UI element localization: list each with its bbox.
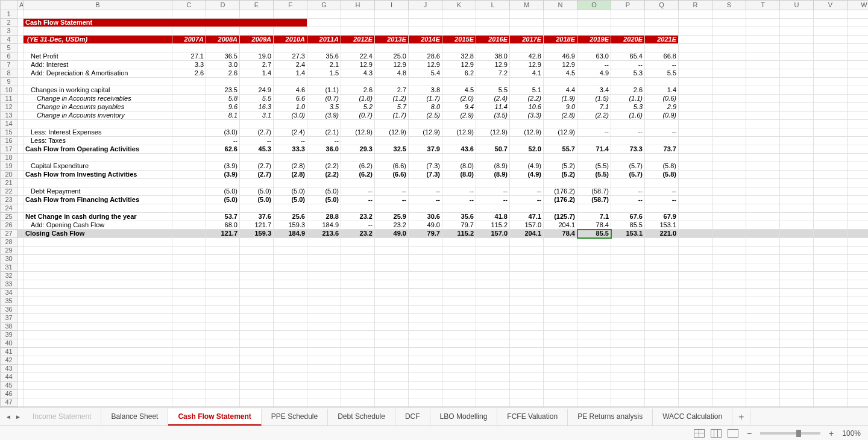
cell-C32[interactable]	[172, 272, 206, 280]
cell-W39[interactable]	[848, 331, 869, 339]
cell-K1[interactable]	[442, 10, 476, 19]
cell-O8[interactable]: 4.9	[577, 69, 611, 78]
cell-O14[interactable]	[577, 120, 611, 128]
cell-L3[interactable]	[476, 27, 510, 36]
cell-G23[interactable]: (5.0)	[307, 196, 341, 204]
cell-B30[interactable]	[24, 255, 172, 263]
cell-N18[interactable]	[544, 154, 577, 162]
cell-H12[interactable]: 5.2	[341, 103, 375, 112]
cell-N2[interactable]	[544, 19, 577, 27]
cell-W3[interactable]	[848, 27, 869, 36]
cell-Q7[interactable]: --	[645, 61, 679, 69]
cell-P42[interactable]	[611, 356, 645, 365]
cell-N36[interactable]	[544, 306, 577, 314]
cell-E47[interactable]	[240, 398, 274, 407]
cell-R3[interactable]	[679, 27, 712, 36]
cell-H29[interactable]	[341, 247, 375, 255]
cell-A15[interactable]	[17, 128, 24, 137]
cell-B26[interactable]: Add: Opening Cash Flow	[24, 221, 172, 230]
cell-M46[interactable]	[510, 390, 544, 398]
cell-J4[interactable]: 2014E	[409, 36, 442, 44]
row-header-40[interactable]: 40	[1, 339, 17, 348]
cell-L47[interactable]	[476, 398, 510, 407]
cell-K19[interactable]: (8.0)	[442, 162, 476, 171]
cell-J10[interactable]: 3.8	[409, 86, 442, 95]
cell-W44[interactable]	[848, 373, 869, 382]
cell-H23[interactable]: --	[341, 196, 375, 204]
cell-J13[interactable]: (2.5)	[409, 112, 442, 120]
cell-K17[interactable]: 43.6	[442, 145, 476, 154]
cell-E16[interactable]: --	[240, 137, 274, 145]
cell-W27[interactable]	[848, 230, 869, 238]
cell-P19[interactable]: (5.7)	[611, 162, 645, 171]
cell-H22[interactable]: --	[341, 187, 375, 196]
cell-V47[interactable]	[814, 398, 848, 407]
cell-F13[interactable]: (3.0)	[274, 112, 307, 120]
cell-K26[interactable]: 79.7	[442, 221, 476, 230]
cell-F3[interactable]	[274, 27, 307, 36]
cell-U7[interactable]	[780, 61, 814, 69]
cell-N11[interactable]: (1.9)	[544, 95, 577, 103]
cell-B31[interactable]	[24, 263, 172, 272]
cell-A29[interactable]	[17, 247, 24, 255]
cell-A28[interactable]	[17, 238, 24, 247]
cell-B1[interactable]	[24, 10, 172, 19]
cell-F7[interactable]: 2.4	[274, 61, 307, 69]
cell-R45[interactable]	[679, 382, 712, 390]
cell-E45[interactable]	[240, 382, 274, 390]
cell-G14[interactable]	[307, 120, 341, 128]
cell-H2[interactable]	[341, 19, 375, 27]
cell-S2[interactable]	[712, 19, 746, 27]
cell-H46[interactable]	[341, 390, 375, 398]
cell-K35[interactable]	[442, 297, 476, 306]
row-header-45[interactable]: 45	[1, 382, 17, 390]
cell-P1[interactable]	[611, 10, 645, 19]
cell-D17[interactable]: 62.6	[206, 145, 240, 154]
cell-K18[interactable]	[442, 154, 476, 162]
cell-Q39[interactable]	[645, 331, 679, 339]
cell-L33[interactable]	[476, 280, 510, 289]
cell-K45[interactable]	[442, 382, 476, 390]
cell-L40[interactable]	[476, 339, 510, 348]
cell-D30[interactable]	[206, 255, 240, 263]
cell-V44[interactable]	[814, 373, 848, 382]
cell-P3[interactable]	[611, 27, 645, 36]
cell-R38[interactable]	[679, 322, 712, 331]
cell-B27[interactable]: Closing Cash Flow	[24, 230, 172, 238]
col-header-G[interactable]: G	[307, 1, 341, 10]
cell-I6[interactable]: 25.0	[375, 52, 409, 61]
cell-V22[interactable]	[814, 187, 848, 196]
cell-D19[interactable]: (3.9)	[206, 162, 240, 171]
cell-D27[interactable]: 121.7	[206, 230, 240, 238]
cell-A13[interactable]	[17, 112, 24, 120]
cell-K10[interactable]: 4.5	[442, 86, 476, 95]
cell-L30[interactable]	[476, 255, 510, 263]
cell-K42[interactable]	[442, 356, 476, 365]
cell-F5[interactable]	[274, 44, 307, 52]
cell-G27[interactable]: 213.6	[307, 230, 341, 238]
cell-F4[interactable]: 2010A	[274, 36, 307, 44]
cell-E24[interactable]	[240, 204, 274, 213]
cell-B14[interactable]	[24, 120, 172, 128]
cell-Q44[interactable]	[645, 373, 679, 382]
cell-C23[interactable]	[172, 196, 206, 204]
cell-C44[interactable]	[172, 373, 206, 382]
cell-M14[interactable]	[510, 120, 544, 128]
cell-F26[interactable]: 159.3	[274, 221, 307, 230]
cell-H40[interactable]	[341, 339, 375, 348]
cell-M37[interactable]	[510, 314, 544, 322]
cell-W36[interactable]	[848, 306, 869, 314]
cell-S29[interactable]	[712, 247, 746, 255]
cell-E46[interactable]	[240, 390, 274, 398]
cell-H35[interactable]	[341, 297, 375, 306]
cell-C45[interactable]	[172, 382, 206, 390]
cell-T27[interactable]	[746, 230, 780, 238]
cell-M42[interactable]	[510, 356, 544, 365]
cell-V24[interactable]	[814, 204, 848, 213]
cell-W11[interactable]	[848, 95, 869, 103]
cell-K14[interactable]	[442, 120, 476, 128]
cell-T18[interactable]	[746, 154, 780, 162]
cell-E4[interactable]: 2009A	[240, 36, 274, 44]
sheet-tab-fcfe-valuation[interactable]: FCFE Valuation	[497, 409, 568, 426]
cell-V6[interactable]	[814, 52, 848, 61]
